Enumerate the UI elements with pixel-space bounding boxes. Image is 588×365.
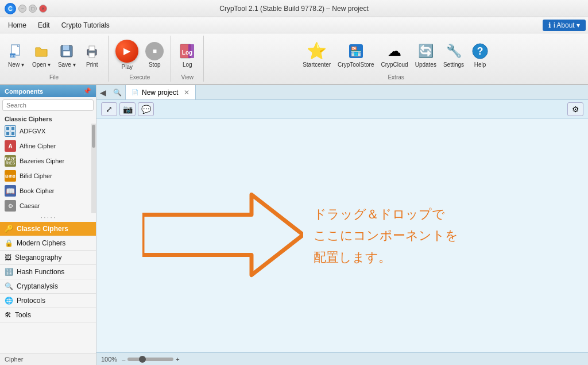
execute-group-label: Execute [109, 74, 171, 80]
comp-caesar[interactable]: ⚙ Caesar [0, 198, 91, 213]
toolbar-extras-group: ⭐ Startcenter 🏪 CrypToolStore ☁ CrypClou… [204, 36, 588, 82]
svg-text:Log: Log [182, 49, 192, 56]
comment-button[interactable]: 💬 [138, 102, 154, 116]
category-cryptanalysis[interactable]: 🔍 Cryptanalysis [0, 279, 96, 294]
stop-button[interactable]: ■ Stop [143, 41, 166, 69]
sidebar: Components 📌 Classic Ciphers ADFGVX A Af… [0, 85, 96, 365]
svg-marker-22 [142, 195, 303, 275]
menu-home[interactable]: Home [2, 19, 32, 32]
comp-affine[interactable]: A Affine Cipher [0, 139, 91, 153]
classic-ciphers-icon: 🔑 [5, 225, 13, 233]
tab-label: New project [142, 89, 178, 97]
zoom-label: 100% [101, 356, 117, 363]
canvas-toolbar: ⤢ 📷 💬 ⚙ [96, 100, 588, 119]
tab-nav-left[interactable]: ◀ [96, 85, 110, 99]
category-protocols[interactable]: 🌐 Protocols [0, 294, 96, 308]
save-button[interactable]: Save ▾ [55, 41, 78, 69]
sidebar-pin-icon: 📌 [83, 87, 91, 95]
tab-new-project[interactable]: 📄 New project ✕ [125, 85, 196, 99]
comp-adfgvx[interactable]: ADFGVX [0, 124, 91, 139]
category-modern-ciphers[interactable]: 🔒 Modern Ciphers [0, 236, 96, 251]
svg-text:New: New [9, 54, 17, 57]
toolbar-execute-group: ▶ Play ■ Stop Execute [109, 36, 171, 82]
maximize-button[interactable]: □ [29, 5, 37, 13]
category-classic-ciphers[interactable]: 🔑 Classic Ciphers [0, 222, 96, 236]
tools-icon: 🛠 [5, 311, 11, 319]
modern-ciphers-label: Modern Ciphers [17, 239, 65, 247]
zoom-plus[interactable]: + [176, 356, 179, 363]
toolbar-file-group: New New ▾ Open ▾ Save ▾ Print [0, 36, 109, 82]
play-button[interactable]: ▶ Play [113, 39, 141, 71]
menu-bar: Home Edit Crypto Tutorials ℹ i About ▾ [0, 17, 588, 33]
title-bar-left: C – □ × [5, 3, 47, 14]
canvas: ドラッグ＆ドロップで ここにコンポーネントを 配置します。 [96, 119, 588, 352]
svg-rect-9 [89, 53, 95, 57]
menu-crypto-tutorials[interactable]: Crypto Tutorials [56, 19, 115, 32]
settings-button[interactable]: 🔧 Settings [441, 41, 466, 69]
open-button[interactable]: Open ▾ [30, 41, 53, 69]
steganography-label: Steganography [15, 253, 61, 262]
category-hash-functions[interactable]: 🔢 Hash Functions [0, 265, 96, 279]
zoom-control: – + [122, 356, 180, 363]
hash-functions-icon: 🔢 [5, 268, 13, 276]
component-scrollbar[interactable] [91, 124, 96, 213]
minimize-button[interactable]: – [18, 5, 26, 13]
print-button[interactable]: Print [80, 41, 103, 69]
svg-rect-18 [6, 126, 10, 130]
comp-book[interactable]: 📖 Book Cipher [0, 183, 91, 198]
zoom-slider[interactable] [127, 358, 173, 361]
about-button[interactable]: ℹ i About ▾ [543, 20, 586, 31]
svg-text:🏪: 🏪 [350, 46, 362, 57]
component-list-container: ADFGVX A Affine Cipher BAZERIES Bazeries… [0, 124, 96, 213]
cipher-label: Cipher [0, 353, 96, 365]
search-input[interactable] [2, 99, 94, 111]
tab-close-button[interactable]: ✕ [184, 89, 189, 97]
canvas-settings-button[interactable]: ⚙ [567, 102, 583, 116]
scrollbar-thumb [92, 125, 95, 148]
zoom-minus[interactable]: – [122, 356, 125, 363]
close-button[interactable]: × [39, 5, 47, 13]
crypcloud-button[interactable]: ☁ CrypCloud [378, 41, 410, 69]
modern-ciphers-icon: 🔒 [5, 239, 13, 247]
search-area [0, 97, 96, 113]
comp-bazeries[interactable]: BAZERIES Bazeries Cipher [0, 153, 91, 168]
bottom-bar: 100% – + [96, 352, 588, 365]
comp-bifid[interactable]: Bifid Bifid Cipher [0, 168, 91, 183]
drag-drop-arrow [142, 189, 303, 283]
fit-view-button[interactable]: ⤢ [101, 102, 117, 116]
protocols-icon: 🌐 [5, 297, 13, 305]
tab-bar: ◀ 🔍 📄 New project ✕ [96, 85, 588, 100]
tools-label: Tools [15, 311, 31, 319]
zoom-thumb [139, 356, 146, 363]
svg-text:?: ? [477, 45, 483, 57]
classic-ciphers-label: Classic Ciphers [17, 225, 68, 233]
startcenter-button[interactable]: ⭐ Startcenter [300, 41, 333, 69]
category-tools[interactable]: 🛠 Tools [0, 308, 96, 322]
scroll-dots: · · · · · [0, 213, 96, 222]
cyptoolstore-button[interactable]: 🏪 CrypToolStore [335, 41, 376, 69]
steganography-icon: 🖼 [5, 253, 11, 262]
updates-button[interactable]: 🔄 Updates [413, 41, 439, 69]
hash-functions-label: Hash Functions [17, 268, 64, 276]
screenshot-button[interactable]: 📷 [119, 102, 136, 116]
section-title: Classic Ciphers [0, 113, 96, 124]
category-list: 🔑 Classic Ciphers 🔒 Modern Ciphers 🖼 Ste… [0, 222, 96, 353]
svg-rect-19 [11, 126, 15, 130]
new-button[interactable]: New New ▾ [5, 41, 28, 69]
category-steganography[interactable]: 🖼 Steganography [0, 251, 96, 265]
window-title: CrypTool 2.1 (Stable Build 9778.2) – New… [219, 5, 368, 13]
cryptanalysis-icon: 🔍 [5, 282, 13, 290]
svg-rect-8 [89, 46, 95, 51]
app-icon: C [5, 3, 16, 14]
menu-edit[interactable]: Edit [32, 19, 56, 32]
sidebar-header: Components 📌 [0, 85, 96, 97]
arrow-svg [142, 189, 303, 281]
tab-search[interactable]: 🔍 [110, 85, 125, 99]
help-button[interactable]: ? Help [469, 41, 492, 69]
svg-rect-5 [63, 45, 69, 50]
canvas-tools: ⤢ 📷 💬 [101, 102, 154, 116]
log-button[interactable]: Log Log [176, 41, 199, 69]
svg-rect-21 [11, 132, 15, 136]
toolbar-view-group: Log Log View [171, 36, 204, 82]
toolbar: New New ▾ Open ▾ Save ▾ Print [0, 33, 588, 85]
